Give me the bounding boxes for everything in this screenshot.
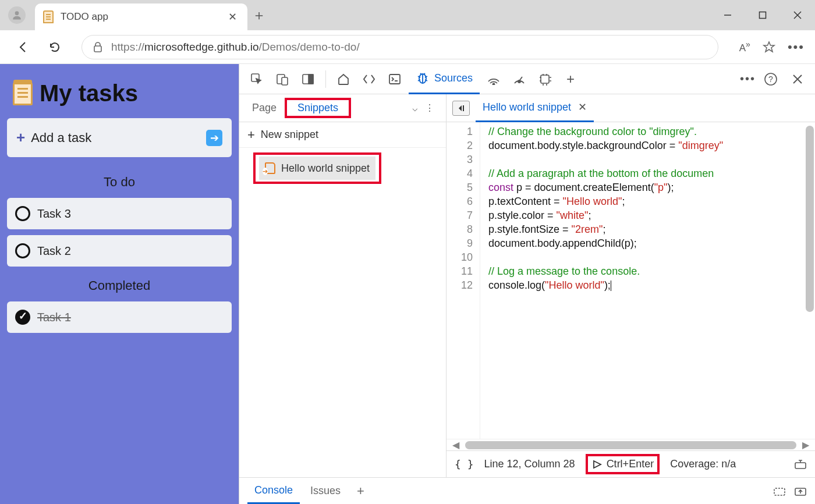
svg-rect-22 <box>774 488 785 495</box>
maximize-button[interactable] <box>745 0 780 30</box>
svg-rect-5 <box>94 46 101 52</box>
expand-drawer-icon[interactable] <box>794 486 807 496</box>
add-task-input[interactable]: + Add a task ➔ <box>7 118 232 157</box>
device-toggle-icon[interactable] <box>271 68 294 91</box>
whats-new-icon[interactable] <box>773 486 786 496</box>
lock-icon <box>93 41 103 53</box>
plus-icon: + <box>16 129 25 147</box>
window-controls <box>710 0 815 30</box>
svg-rect-8 <box>282 77 288 85</box>
memory-icon[interactable] <box>533 68 557 91</box>
line-gutter: 123456789101112 <box>447 122 480 439</box>
snippet-item[interactable]: Hello world snippet <box>259 157 375 180</box>
task-item[interactable]: Task 2 <box>7 235 232 267</box>
url-input[interactable]: https://microsoftedge.github.io/Demos/de… <box>82 35 718 59</box>
help-icon[interactable]: ? <box>759 68 782 91</box>
add-task-label: Add a task <box>31 130 200 145</box>
highlight-snippets: Snippets <box>285 98 351 118</box>
vertical-scrollbar[interactable] <box>806 126 814 312</box>
clipboard-icon <box>43 10 54 23</box>
snippet-file-icon <box>265 162 275 174</box>
svg-rect-10 <box>309 74 313 84</box>
new-snippet-button[interactable]: + New snippet <box>239 122 446 148</box>
code-content[interactable]: // Change the background color to "dimgr… <box>480 122 815 439</box>
todo-section-label: To do <box>7 169 232 198</box>
drawer-console-tab[interactable]: Console <box>247 478 300 504</box>
network-icon[interactable] <box>482 68 505 91</box>
source-map-icon[interactable] <box>794 459 807 470</box>
refresh-button[interactable] <box>42 34 68 60</box>
horizontal-scrollbar[interactable]: ◀ ▶ <box>447 439 815 450</box>
devtools-toolbar: Sources + ••• ? <box>239 64 815 94</box>
plus-icon: + <box>247 127 255 143</box>
tab-title: TODO app <box>61 11 226 23</box>
inspect-icon[interactable] <box>245 68 268 91</box>
new-tab-button[interactable]: ＋ <box>247 6 271 24</box>
bug-icon <box>416 72 430 84</box>
chevron-down-icon[interactable]: ⌵ <box>412 102 418 113</box>
more-icon[interactable]: ••• <box>788 40 805 55</box>
read-aloud-icon[interactable]: A» <box>739 40 750 54</box>
task-item[interactable]: Task 3 <box>7 198 232 229</box>
svg-rect-15 <box>541 75 549 83</box>
close-devtools-icon[interactable] <box>786 68 809 91</box>
devtools-drawer: Console Issues + <box>239 477 815 504</box>
svg-rect-11 <box>389 74 400 84</box>
task-text: Task 2 <box>37 244 71 258</box>
sources-editor: Hello world snippet ✕ 123456789101112 //… <box>447 94 815 477</box>
code-editor[interactable]: 123456789101112 // Change the background… <box>447 122 815 439</box>
nav-snippets-tab[interactable]: Snippets <box>290 96 345 119</box>
editor-status-bar: { } Line 12, Column 28 Ctrl+Enter Covera… <box>447 450 815 477</box>
checkbox-checked-icon[interactable] <box>15 310 30 325</box>
close-icon[interactable]: ✕ <box>578 101 587 113</box>
checkbox-icon[interactable] <box>15 243 30 258</box>
app-title: My tasks <box>40 80 138 107</box>
minimize-button[interactable] <box>710 0 745 30</box>
close-window-button[interactable] <box>780 0 815 30</box>
play-icon <box>591 459 602 470</box>
highlight-run: Ctrl+Enter <box>586 454 660 474</box>
elements-icon[interactable] <box>357 68 381 91</box>
url-text: https://microsoftedge.github.io/Demos/de… <box>111 41 360 54</box>
more-icon[interactable]: ⋮ <box>419 102 440 113</box>
todo-app: My tasks + Add a task ➔ To do Task 3 Tas… <box>0 64 239 504</box>
format-icon[interactable]: { } <box>455 458 474 470</box>
devtools-panel: Sources + ••• ? Page Snippets <box>239 64 815 504</box>
browser-tab[interactable]: TODO app ✕ <box>35 3 247 30</box>
checkbox-icon[interactable] <box>15 206 30 221</box>
sources-navigator: Page Snippets ⌵ ⋮ + New snippet <box>239 94 447 477</box>
coverage-label: Coverage: n/a <box>670 458 736 470</box>
close-icon[interactable]: ✕ <box>226 8 239 26</box>
console-icon[interactable] <box>383 68 406 91</box>
sources-tab[interactable]: Sources <box>409 64 480 94</box>
plus-icon[interactable]: + <box>351 484 370 499</box>
editor-tab[interactable]: Hello world snippet ✕ <box>476 94 594 122</box>
drawer-issues-tab[interactable]: Issues <box>303 479 348 503</box>
task-item[interactable]: Task 1 <box>7 301 232 333</box>
completed-section-label: Completed <box>7 272 232 301</box>
dock-icon[interactable] <box>296 68 320 91</box>
svg-point-14 <box>518 80 520 83</box>
favorite-icon[interactable] <box>762 40 776 54</box>
svg-rect-21 <box>795 463 806 468</box>
back-button[interactable] <box>10 34 36 60</box>
task-text: Task 1 <box>37 311 71 324</box>
address-bar: https://microsoftedge.github.io/Demos/de… <box>0 30 815 64</box>
svg-point-13 <box>493 83 495 85</box>
svg-rect-2 <box>760 12 766 19</box>
run-snippet-button[interactable]: Ctrl+Enter <box>591 458 654 470</box>
clipboard-icon <box>13 82 33 105</box>
highlight-snippet-item: Hello world snippet <box>253 152 381 184</box>
cursor-position: Line 12, Column 28 <box>484 458 575 470</box>
toggle-navigator-button[interactable] <box>452 101 470 116</box>
svg-rect-20 <box>463 105 464 111</box>
welcome-icon[interactable] <box>332 68 355 91</box>
nav-page-tab[interactable]: Page <box>245 96 284 120</box>
task-text: Task 3 <box>37 207 71 221</box>
svg-text:?: ? <box>768 74 773 84</box>
more-tabs-icon[interactable]: + <box>559 68 582 91</box>
more-icon[interactable]: ••• <box>740 72 756 86</box>
performance-icon[interactable] <box>508 68 531 91</box>
submit-icon[interactable]: ➔ <box>206 130 222 146</box>
profile-icon[interactable] <box>8 6 26 24</box>
